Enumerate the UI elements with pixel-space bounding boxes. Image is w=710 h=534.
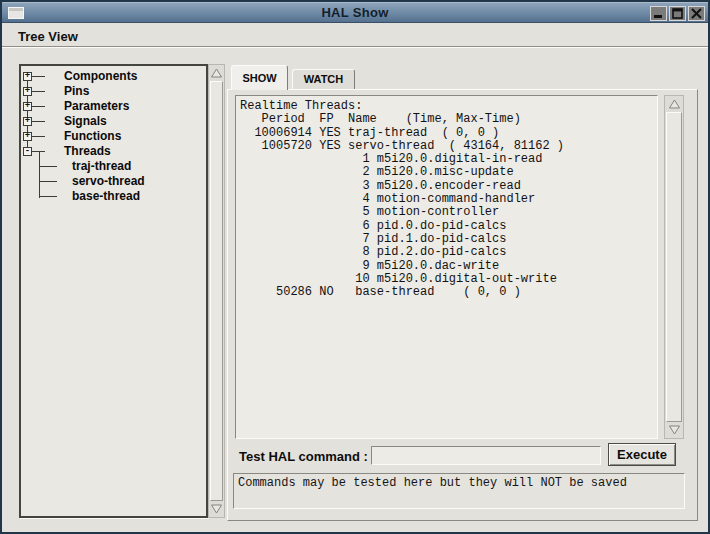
close-button[interactable] — [688, 6, 705, 21]
expander-plus-icon[interactable]: + — [23, 72, 32, 81]
tree-row: + Parameters — [21, 99, 206, 114]
hal-command-input[interactable] — [371, 446, 601, 465]
tab-watch[interactable]: WATCH — [292, 69, 355, 89]
expander-plus-icon[interactable]: + — [23, 102, 32, 111]
menubar: Tree View — [2, 24, 708, 47]
tree-item-signals[interactable]: Signals — [64, 114, 107, 129]
expander-plus-icon[interactable]: + — [23, 87, 32, 96]
scroll-up-arrow-icon[interactable] — [210, 66, 223, 80]
scroll-down-arrow-icon[interactable] — [666, 423, 682, 437]
command-note-box: Commands may be tested here but they wil… — [233, 473, 685, 509]
tree-row: + Pins — [21, 84, 206, 99]
tree-row: servo-thread — [21, 174, 206, 189]
show-output-text: Realtime Threads: Period FP Name (Time, … — [236, 96, 657, 303]
window-title: HAL Show — [2, 5, 708, 20]
expander-plus-icon[interactable]: + — [23, 117, 32, 126]
tree-inner: + Components + Pins + Parameters + Signa… — [21, 66, 206, 516]
show-output-textarea[interactable]: Realtime Threads: Period FP Name (Time, … — [235, 95, 658, 439]
tree-scrollbar[interactable] — [208, 64, 225, 518]
command-note-text: Commands may be tested here but they wil… — [234, 474, 684, 492]
tree-item-parameters[interactable]: Parameters — [64, 99, 129, 114]
tree-row: + Functions — [21, 129, 206, 144]
minimize-icon — [652, 8, 665, 19]
tree-item-components[interactable]: Components — [64, 69, 137, 84]
expander-plus-icon[interactable]: + — [23, 132, 32, 141]
expander-minus-icon[interactable]: - — [23, 147, 32, 156]
tree-item-threads[interactable]: Threads — [64, 144, 111, 159]
execute-button[interactable]: Execute — [608, 443, 676, 466]
hal-show-window: HAL Show Tree View — [0, 0, 710, 534]
scroll-up-arrow-icon[interactable] — [666, 97, 682, 111]
maximize-button[interactable] — [669, 6, 686, 21]
tree-item-base-thread[interactable]: base-thread — [72, 189, 140, 204]
close-icon — [690, 8, 703, 19]
maximize-icon — [671, 8, 684, 19]
minimize-button[interactable] — [650, 6, 667, 21]
window-controls — [650, 6, 705, 21]
tree-item-pins[interactable]: Pins — [64, 84, 89, 99]
scrollbar-thumb[interactable] — [666, 112, 682, 422]
output-scrollbar[interactable] — [664, 95, 684, 439]
tree-item-functions[interactable]: Functions — [64, 129, 121, 144]
scroll-down-arrow-icon[interactable] — [210, 502, 223, 516]
tab-show[interactable]: SHOW — [231, 65, 288, 90]
tree-item-traj-thread[interactable]: traj-thread — [72, 159, 131, 174]
titlebar[interactable]: HAL Show — [2, 2, 708, 23]
tree-row: base-thread — [21, 189, 206, 204]
tree-row: + Components — [21, 69, 206, 84]
tree-row: + Signals — [21, 114, 206, 129]
tree-row: traj-thread — [21, 159, 206, 174]
tree-item-servo-thread[interactable]: servo-thread — [72, 174, 145, 189]
menu-tree-view[interactable]: Tree View — [14, 28, 82, 45]
test-hal-command-label: Test HAL command : — [239, 449, 368, 464]
tree-row: - Threads — [21, 144, 206, 159]
scrollbar-thumb[interactable] — [210, 81, 223, 501]
hal-tree-panel[interactable]: + Components + Pins + Parameters + Signa… — [19, 64, 208, 518]
